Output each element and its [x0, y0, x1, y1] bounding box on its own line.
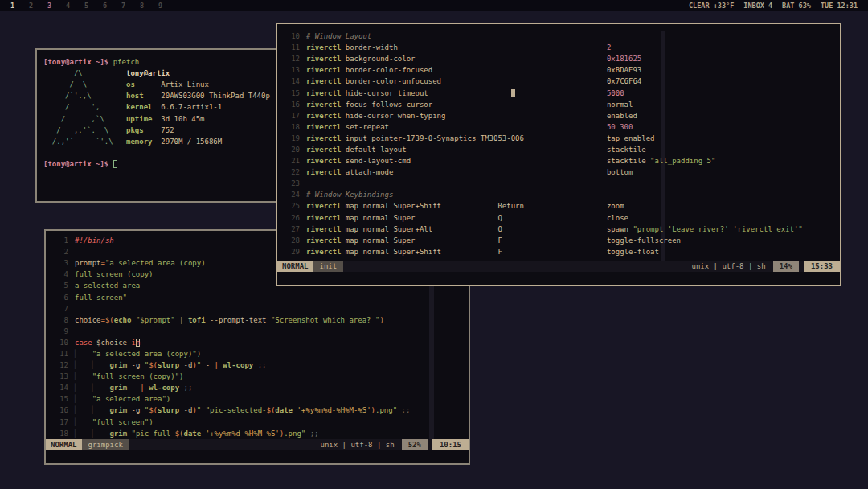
line-number: 6 — [47, 294, 75, 302]
code-line: 16▏ ▏ grim -g "$(slurp -d)" "pic-selecte… — [47, 405, 469, 416]
code-line: 8choice=$(echo "$prompt" | tofi --prompt… — [47, 314, 469, 326]
code-line: 10case $choice in — [47, 337, 469, 348]
terminal-output[interactable]: [tony@artix ~]$ pfetch /\ tony@artix / \… — [37, 50, 276, 170]
window-pfetch-terminal[interactable]: [tony@artix ~]$ pfetch /\ tony@artix / \… — [35, 48, 277, 203]
line-number: 10 — [47, 339, 75, 347]
editor-text-area[interactable]: 10# Window Layout11riverctl border-width… — [277, 31, 840, 261]
code-line: 11riverctl border-width 2 — [279, 42, 840, 53]
code-line: 9 — [47, 326, 469, 337]
code-line: 11▏ "a selected area (copy)") — [47, 348, 469, 360]
bar-status-modules: CLEAR +33°F INBOX 4 BAT 63% TUE 12:31 — [689, 0, 868, 11]
workspace-7[interactable]: 7 — [120, 0, 127, 11]
line-number: 21 — [279, 157, 306, 165]
code-line: / ', kernel 6.6.7-artix1-1 — [43, 101, 276, 113]
code-line: 26riverctl map normal Super Q close — [279, 212, 840, 224]
line-number: 26 — [279, 214, 306, 222]
workspace-6[interactable]: 6 — [101, 0, 108, 11]
workspaces: 123456789 — [0, 0, 175, 11]
line-number: 15 — [47, 395, 75, 403]
line-number: 27 — [279, 225, 306, 233]
top-status-bar: 123456789 CLEAR +33°F INBOX 4 BAT 63% TU… — [0, 0, 868, 11]
line-number: 17 — [279, 112, 306, 120]
workspace-9[interactable]: 9 — [157, 0, 164, 11]
line-number: 16 — [47, 406, 75, 414]
line-number: 16 — [279, 101, 306, 109]
scroll-percent: 14% — [773, 261, 799, 272]
code-line: 18▏ ▏ grim "pic-full-$(date '+%y%m%d-%H%… — [47, 428, 469, 439]
filename-label: init — [313, 261, 344, 272]
code-line: /\ tony@artix — [43, 68, 276, 79]
battery-status: BAT 63% — [782, 0, 811, 11]
workspace-4[interactable]: 4 — [64, 0, 72, 11]
statusline-clock: 15:33 — [804, 261, 840, 272]
line-number: 5 — [47, 281, 75, 290]
file-info: unix | utf-8 | sh — [321, 439, 402, 450]
line-number: 7 — [47, 305, 75, 313]
line-number: 19 — [279, 134, 306, 142]
scroll-percent: 52% — [402, 439, 428, 450]
line-number: 18 — [47, 429, 75, 438]
code-line: 15▏ "a selected area") — [47, 393, 469, 405]
line-number: 18 — [279, 123, 306, 131]
line-number: 4 — [47, 270, 75, 278]
line-number: 28 — [279, 236, 306, 244]
code-line — [43, 147, 276, 158]
line-number: 9 — [47, 327, 75, 335]
file-info: unix | utf-8 | sh — [692, 261, 773, 272]
line-number: 13 — [47, 372, 75, 380]
line-number: 24 — [279, 191, 306, 199]
code-line: 10# Window Layout — [279, 31, 840, 42]
code-line: 12▏ ▏ grim -g "$(slurp -d)" - | wl-copy … — [47, 360, 469, 371]
code-line: / \ os Artix Linux — [43, 79, 276, 90]
line-number: 10 — [279, 32, 306, 40]
code-line: 17riverctl hide-cursor when-typing enabl… — [279, 110, 840, 121]
code-line: /.,'` `'.\ memory 2970M / 15686M — [43, 136, 276, 147]
line-number: 17 — [47, 418, 75, 426]
code-line: 6full screen" — [47, 291, 469, 302]
statusline: NORMAL init unix | utf-8 | sh 14% 15:33 — [277, 261, 840, 272]
line-number: 14 — [279, 77, 306, 85]
code-line: 24# Window Keybindings — [279, 189, 840, 200]
line-number: 11 — [47, 350, 75, 358]
line-number: 23 — [279, 179, 306, 187]
code-line: 15riverctl hide-cursor timeout 5000 — [279, 87, 840, 98]
workspace-2[interactable]: 2 — [27, 0, 35, 11]
code-line: 18riverctl set-repeat 50 300 — [279, 121, 840, 133]
code-line: /`'.,\ host 20AWS03G00 ThinkPad T440p — [43, 90, 276, 101]
inbox-status: INBOX 4 — [743, 0, 772, 11]
line-number: 8 — [47, 316, 75, 324]
code-line: 17▏ "full screen") — [47, 417, 469, 428]
workspace-5[interactable]: 5 — [83, 0, 90, 11]
line-number: 20 — [279, 146, 306, 154]
code-line: 16riverctl focus-follows-cursor normal — [279, 99, 840, 110]
command-line — [46, 450, 469, 463]
line-number: 12 — [279, 55, 306, 63]
command-line — [277, 272, 840, 285]
line-number: 14 — [47, 384, 75, 392]
code-line: [tony@artix ~]$ pfetch — [43, 56, 276, 68]
line-number: 15 — [279, 89, 306, 97]
workspace-1[interactable]: 1 — [9, 0, 16, 11]
code-line: 22riverctl attach-mode bottom — [279, 166, 840, 178]
line-number: 11 — [279, 43, 306, 51]
code-line: 23 — [279, 178, 840, 189]
line-number: 29 — [279, 248, 306, 256]
line-number: 3 — [47, 259, 75, 267]
workspace-3[interactable]: 3 — [46, 0, 53, 11]
code-line: [tony@artix ~]$ — [43, 158, 276, 170]
code-line: 14riverctl border-color-unfocused 0x7C6F… — [279, 76, 840, 87]
line-number: 25 — [279, 202, 306, 210]
line-number: 1 — [47, 236, 75, 244]
statusline-clock: 10:15 — [432, 439, 469, 450]
vim-mode-indicator: NORMAL — [46, 439, 82, 450]
code-line: 21riverctl send-layout-cmd stacktile "al… — [279, 155, 840, 166]
line-number: 12 — [47, 361, 75, 369]
window-init-editor[interactable]: 10# Window Layout11riverctl border-width… — [276, 23, 841, 286]
code-line: 20riverctl default-layout stacktile — [279, 144, 840, 155]
workspace-8[interactable]: 8 — [138, 0, 145, 11]
code-line: / ,.'`. \ pkgs 752 — [43, 125, 276, 136]
code-line: 12riverctl background-color 0x181625 — [279, 53, 840, 64]
code-line: 27riverctl map normal Super+Alt Q spawn … — [279, 224, 840, 235]
code-line: 29riverctl map normal Super+Shift F togg… — [279, 246, 840, 257]
code-line: / ,`\ uptime 3d 10h 45m — [43, 113, 276, 124]
